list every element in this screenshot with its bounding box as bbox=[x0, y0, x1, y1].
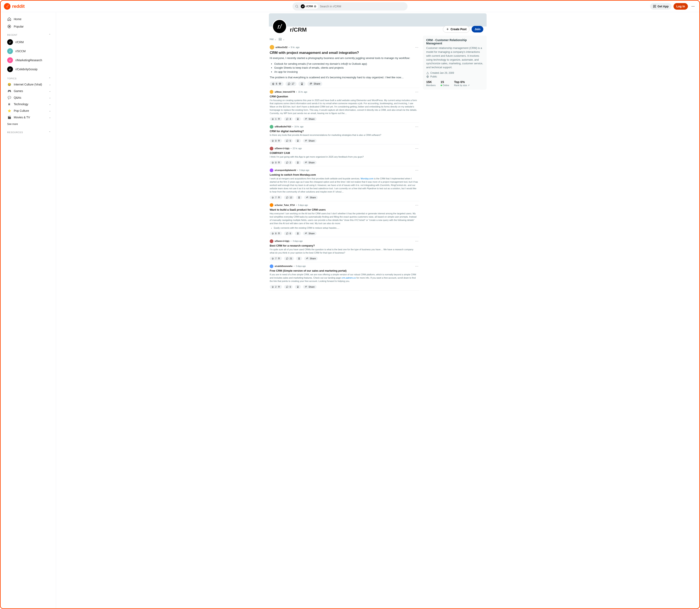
see-more-topics[interactable]: See more bbox=[5, 121, 53, 127]
post[interactable]: u/Mean_Internet3778 • 15 hr. ago ⋯ CRM Q… bbox=[269, 88, 419, 123]
search-input[interactable] bbox=[320, 5, 405, 8]
share-pill[interactable]: Share bbox=[303, 117, 316, 121]
sort-dropdown[interactable]: Hot ⌄ bbox=[270, 38, 276, 41]
award-pill[interactable] bbox=[295, 117, 301, 121]
downvote-icon[interactable] bbox=[278, 161, 280, 164]
post-title[interactable]: CRM Question bbox=[270, 95, 418, 98]
sidebar-recent-item[interactable]: r/ r/SCCM bbox=[5, 47, 53, 56]
create-post-button[interactable]: Create Post bbox=[443, 26, 469, 33]
share-pill[interactable]: Share bbox=[303, 139, 316, 143]
share-pill[interactable]: Share bbox=[307, 82, 322, 86]
sidebar-topic-item[interactable]: 😂Internet Culture (Viral) ⌄ bbox=[5, 81, 53, 88]
sidebar-topic-item[interactable]: ⭐Pop Culture ⌄ bbox=[5, 107, 53, 114]
downvote-icon[interactable] bbox=[278, 257, 280, 260]
post-link[interactable]: crm.astrem.co bbox=[342, 277, 356, 279]
comments-pill[interactable]: 0 bbox=[284, 285, 293, 289]
sidebar-recent-item[interactable]: r/ r/MarketingResearch bbox=[5, 56, 53, 65]
post-menu-icon[interactable]: ⋯ bbox=[415, 90, 418, 94]
downvote-icon[interactable] bbox=[278, 140, 280, 142]
share-pill[interactable]: Share bbox=[303, 161, 316, 164]
search-scope-chip[interactable]: r/ r/CRM bbox=[300, 4, 318, 9]
share-pill[interactable]: Share bbox=[304, 196, 318, 199]
share-pill[interactable]: Share bbox=[303, 231, 316, 235]
search-bar[interactable]: r/ r/CRM bbox=[292, 2, 408, 11]
post-author[interactable]: u/BlueBullet7410 bbox=[275, 125, 291, 128]
post-title[interactable]: Best CRM for a research company? bbox=[270, 244, 418, 247]
post-menu-icon[interactable]: ⋯ bbox=[415, 125, 418, 128]
header-overflow-icon[interactable] bbox=[690, 3, 696, 10]
post-menu-icon[interactable]: ⋯ bbox=[415, 239, 418, 243]
section-topics[interactable]: TOPICS ⌃ bbox=[5, 74, 53, 81]
downvote-icon[interactable] bbox=[278, 196, 280, 199]
sidebar-topic-item[interactable]: 🖥Technology ⌄ bbox=[5, 101, 53, 107]
post-author[interactable]: u/Junior_Tutor_9714 bbox=[275, 204, 295, 206]
post-title[interactable]: COMPANY CAM bbox=[270, 152, 418, 155]
post-author[interactable]: u/Mean_Internet3778 bbox=[275, 91, 295, 93]
downvote-icon[interactable] bbox=[278, 232, 280, 234]
section-recent[interactable]: RECENT ⌃ bbox=[5, 30, 53, 38]
post-author[interactable]: u/Damn-U-Ugly bbox=[275, 240, 289, 242]
post-menu-icon[interactable]: ⋯ bbox=[415, 46, 418, 49]
sidebar-topic-item[interactable]: 💬Q&As ⌄ bbox=[5, 94, 53, 101]
upvote-icon[interactable] bbox=[271, 140, 274, 142]
external-link-icon[interactable]: ↗ bbox=[468, 84, 469, 87]
comments-pill[interactable]: 5 bbox=[284, 139, 293, 143]
post-author[interactable]: u/calebtheonewho bbox=[275, 265, 292, 267]
view-dropdown[interactable]: ⌄ bbox=[279, 38, 285, 41]
post[interactable]: u/conquerdigitalworld • 3 days ago ⋯ Loo… bbox=[269, 166, 419, 201]
post[interactable]: u/Junior_Tutor_9714 • 3 days ago ⋯ Want … bbox=[269, 201, 419, 237]
post-title[interactable]: Want to build a SaaS product for CRM use… bbox=[270, 208, 418, 211]
nav-home[interactable]: Home bbox=[5, 15, 53, 23]
upvote-icon[interactable] bbox=[271, 161, 274, 164]
post-author[interactable]: u/AlexXx52 bbox=[275, 46, 288, 49]
post-title[interactable]: CRM with project management and email in… bbox=[270, 51, 418, 55]
post-menu-icon[interactable]: ⋯ bbox=[415, 146, 418, 151]
sidebar-topic-item[interactable]: 🎬Movies & TV ⌄ bbox=[5, 114, 53, 121]
upvote-icon[interactable] bbox=[271, 257, 274, 260]
award-pill[interactable] bbox=[295, 139, 301, 143]
award-pill[interactable] bbox=[295, 161, 301, 164]
nav-popular[interactable]: Popular bbox=[5, 23, 53, 30]
post[interactable]: u/BlueBullet7410 • 16 hr. ago ⋯ CRM for … bbox=[269, 123, 419, 144]
sidebar-topic-item[interactable]: 🎮Games ⌄ bbox=[5, 88, 53, 94]
post-menu-icon[interactable]: ⋯ bbox=[415, 203, 418, 207]
chip-remove-icon[interactable] bbox=[313, 5, 317, 8]
comments-pill[interactable]: 2 bbox=[284, 161, 293, 164]
sidebar-recent-item[interactable]: r/ r/CelebrityGossip bbox=[5, 65, 53, 74]
downvote-icon[interactable] bbox=[278, 285, 280, 288]
post-menu-icon[interactable]: ⋯ bbox=[415, 264, 418, 268]
comments-pill[interactable]: 17 bbox=[286, 82, 297, 86]
downvote-icon[interactable] bbox=[278, 118, 280, 120]
post-author[interactable]: u/Damn-U-Ugly bbox=[275, 147, 289, 150]
upvote-icon[interactable] bbox=[271, 232, 274, 234]
downvote-icon[interactable] bbox=[279, 82, 282, 85]
reddit-logo[interactable]: reddit bbox=[4, 3, 25, 10]
upvote-icon[interactable] bbox=[271, 285, 274, 288]
post[interactable]: u/calebtheonewho • 3 days ago ⋯ Free CRM… bbox=[269, 262, 419, 291]
comments-pill[interactable]: 21 bbox=[284, 257, 294, 260]
post-menu-icon[interactable]: ⋯ bbox=[415, 168, 418, 172]
upvote-icon[interactable] bbox=[272, 82, 275, 85]
post-link[interactable]: Monday.com bbox=[361, 177, 373, 180]
login-button[interactable]: Log In bbox=[674, 3, 688, 10]
section-resources[interactable]: RESOURCES ⌃ bbox=[5, 127, 53, 135]
award-pill[interactable] bbox=[295, 285, 301, 289]
award-pill[interactable] bbox=[296, 257, 302, 260]
post-title[interactable]: Free CRM (Simple version of our sales an… bbox=[270, 269, 418, 272]
post[interactable]: u/Damn-U-Ugly • 22 hr. ago ⋯ COMPANY CAM… bbox=[269, 144, 419, 166]
comments-pill[interactable]: 4 bbox=[284, 117, 293, 121]
post-title[interactable]: Looking to switch from Monday.com bbox=[270, 173, 418, 176]
award-pill[interactable] bbox=[295, 231, 301, 235]
post-author[interactable]: u/conquerdigitalworld bbox=[275, 169, 296, 171]
post-title[interactable]: CRM for digital marketing? bbox=[270, 129, 418, 133]
post[interactable]: u/Damn-U-Ugly • 3 days ago ⋯ Best CRM fo… bbox=[269, 237, 419, 262]
join-button[interactable]: Join bbox=[472, 26, 483, 33]
post[interactable]: u/AlexXx52 • 9 hr. ago ⋯ CRM with projec… bbox=[269, 43, 419, 88]
upvote-icon[interactable] bbox=[271, 118, 274, 120]
share-pill[interactable]: Share bbox=[304, 257, 318, 260]
sidebar-recent-item[interactable]: r/ r/CRM bbox=[5, 38, 53, 47]
award-pill[interactable] bbox=[296, 196, 302, 199]
upvote-icon[interactable] bbox=[271, 196, 274, 199]
comments-pill[interactable]: 6 bbox=[284, 231, 293, 235]
share-pill[interactable]: Share bbox=[303, 285, 316, 289]
